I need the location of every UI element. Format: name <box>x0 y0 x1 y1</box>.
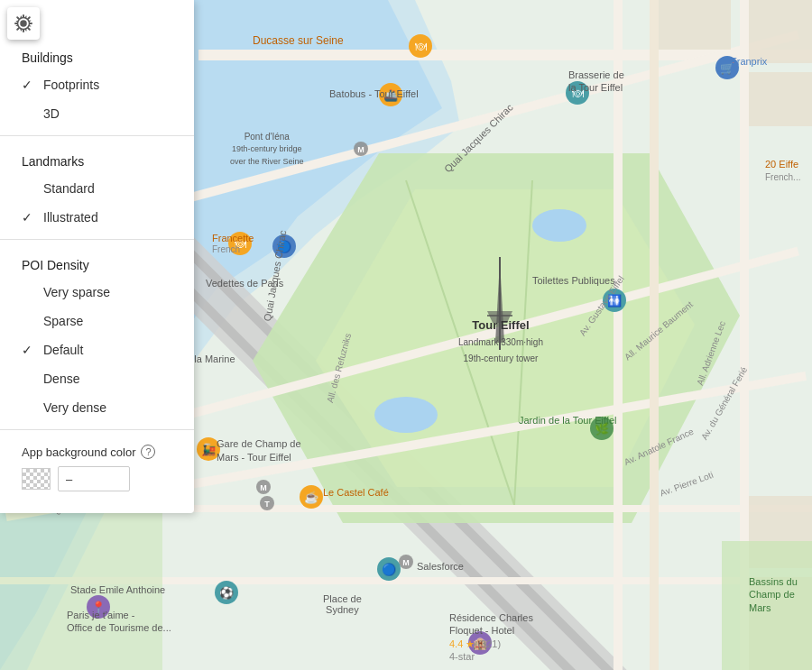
label-castel: Le Castel Café <box>323 487 389 498</box>
footprints-item[interactable]: ✓ Footprints <box>0 70 194 99</box>
illustrated-label: Illustrated <box>43 210 172 225</box>
poi-density-header: POI Density <box>0 247 194 278</box>
label-bassins: Bassins duChamp de Mars <box>749 575 812 614</box>
very-sparse-label: Very sparse <box>43 285 172 299</box>
svg-text:M: M <box>402 558 410 567</box>
label-jardin: Jardin de la Tour Eiffel <box>519 415 616 426</box>
label-20eiffe: 20 EiffeFrench... <box>765 158 800 184</box>
svg-rect-20 <box>659 0 731 50</box>
default-label: Default <box>43 343 172 357</box>
very-sparse-item[interactable]: Very sparse <box>0 278 194 307</box>
svg-text:T: T <box>264 500 270 509</box>
settings-panel: Buildings ✓ Footprints 3D Landmarks Stan… <box>0 0 194 513</box>
gear-button[interactable] <box>7 7 40 40</box>
footprints-label: Footprints <box>43 78 172 92</box>
standard-label: Standard <box>43 181 172 196</box>
label-residence: Résidence CharlesFloquet - Hotel4.4 ★ (3… <box>449 611 533 663</box>
poi-icon-castel[interactable]: ☕ <box>300 485 323 509</box>
label-toilettes: Toilettes Publiques <box>532 275 615 286</box>
label-sydney: Place deSydney <box>323 593 362 615</box>
poi-icon-stade[interactable]: ⚽ <box>215 581 238 604</box>
label-gare: Gare de Champ deMars - Tour Eiffel <box>217 437 301 465</box>
illustrated-check: ✓ <box>22 210 40 225</box>
dense-label: Dense <box>43 372 172 386</box>
svg-rect-19 <box>749 72 812 126</box>
label-salesforce: Salesforce <box>417 561 464 572</box>
help-icon[interactable]: ? <box>141 445 155 459</box>
label-stade: Stade Emile Anthoine <box>70 584 165 595</box>
very-dense-label: Very dense <box>43 400 172 415</box>
svg-rect-18 <box>749 0 812 63</box>
divider-2 <box>0 239 194 240</box>
label-paris-tourism: Paris je t'aime -Office de Tourisme de..… <box>67 609 171 635</box>
default-item[interactable]: ✓ Default <box>0 335 194 364</box>
label-franprix: Franprix <box>731 56 767 67</box>
label-batobus: Batobus - Tour Eiffel <box>329 88 419 99</box>
label-francette: FrancetteFrench <box>212 233 254 254</box>
svg-point-8 <box>532 209 586 242</box>
svg-rect-16 <box>614 0 623 670</box>
poi-icon-salesforce[interactable]: 🔵 <box>377 557 401 581</box>
threed-item[interactable]: 3D <box>0 99 194 128</box>
label-pont: Pont d'Iéna19th-century bridgeover the R… <box>230 131 304 167</box>
app-bg-label: App background color ? <box>22 445 172 459</box>
color-input-row <box>22 466 172 491</box>
threed-label: 3D <box>43 106 172 121</box>
color-text-input[interactable] <box>58 466 130 491</box>
divider-3 <box>0 429 194 430</box>
dense-item[interactable]: Dense <box>0 364 194 393</box>
default-check: ✓ <box>22 343 40 357</box>
divider-1 <box>0 135 194 136</box>
svg-rect-27 <box>0 496 162 670</box>
very-dense-item[interactable]: Very dense <box>0 393 194 422</box>
footprints-check: ✓ <box>22 78 40 92</box>
app-bg-section: App background color ? <box>0 437 194 499</box>
label-ducasse: Ducasse sur Seine <box>253 34 344 47</box>
color-preview <box>22 468 51 490</box>
standard-item[interactable]: Standard <box>0 174 194 203</box>
sparse-label: Sparse <box>43 314 172 328</box>
landmarks-header: Landmarks <box>0 143 194 174</box>
label-brasserie: Brasserie dela Tour Eiffel <box>568 69 624 95</box>
gear-icon <box>14 14 32 32</box>
illustrated-item[interactable]: ✓ Illustrated <box>0 203 194 232</box>
svg-text:M: M <box>260 483 267 492</box>
svg-point-7 <box>374 397 438 433</box>
buildings-header: Buildings <box>0 40 194 70</box>
svg-text:M: M <box>357 145 364 154</box>
label-tour-eiffel: Tour EiffelLandmark 330m·high19th-centur… <box>458 317 543 367</box>
sparse-item[interactable]: Sparse <box>0 307 194 335</box>
poi-icon-ducasse[interactable]: 🍽 <box>409 34 432 58</box>
